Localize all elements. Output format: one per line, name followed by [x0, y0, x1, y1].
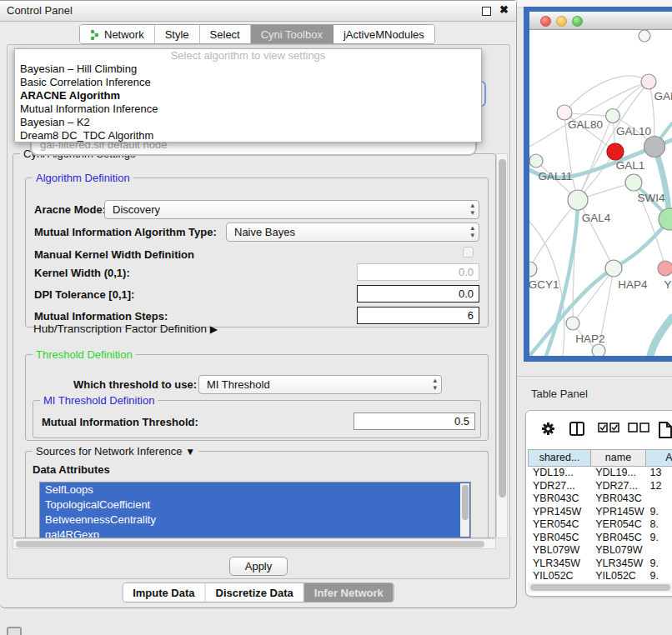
which-threshold-select[interactable]: MI Threshold ▴▾ — [198, 375, 442, 394]
table-cell[interactable] — [645, 544, 672, 558]
table-row[interactable]: YPR145WYPR145W9. — [528, 506, 672, 519]
tab-cyni-toolbox[interactable]: Cyni Toolbox — [251, 25, 333, 43]
table-cell[interactable]: YDL19... — [528, 467, 590, 480]
table-cell[interactable]: YBL079W — [590, 544, 644, 558]
export-table-icon[interactable] — [658, 422, 672, 438]
list-scrollbar[interactable] — [460, 483, 469, 537]
table-row[interactable]: YBR045CYBR045C9. — [528, 532, 672, 545]
manual-kernel-width-checkbox[interactable] — [463, 247, 474, 258]
table-cell[interactable]: YPR145W — [590, 506, 644, 519]
settings-horizontal-scrollbar[interactable] — [13, 538, 496, 549]
tab-jactivemnodules[interactable]: jActiveMNodules — [333, 25, 434, 43]
settings-vertical-scrollbar[interactable] — [496, 153, 508, 538]
table-cell[interactable]: YBR045C — [528, 532, 590, 545]
mi-threshold-input[interactable] — [354, 412, 475, 430]
gear-icon[interactable] — [541, 422, 555, 436]
tab-infer-network[interactable]: Infer Network — [304, 583, 394, 602]
table-cell[interactable]: YBR043C — [528, 492, 590, 506]
table-row[interactable]: YBL079WYBL079W — [528, 544, 672, 558]
network-node-hap4[interactable] — [605, 260, 622, 277]
network-edge[interactable] — [564, 76, 649, 112]
network-node-gal4[interactable] — [568, 190, 588, 210]
deselect-all-columns-icon[interactable] — [628, 422, 649, 432]
table-row[interactable]: YER054CYER054C8. — [528, 518, 672, 532]
network-node-gal1[interactable] — [607, 143, 624, 160]
sources-toggle[interactable]: Sources for Network Inference ▼ — [33, 445, 198, 458]
table-cell[interactable]: YLR345W — [528, 558, 590, 571]
tab-discretize-data[interactable]: Discretize Data — [206, 583, 304, 602]
hub-definition-toggle[interactable]: Hub/Transcription Factor Definition ▶ — [33, 322, 218, 335]
dpi-tolerance-input[interactable] — [357, 285, 479, 302]
table-cell[interactable]: YBR045C — [590, 532, 644, 545]
network-node[interactable] — [592, 344, 605, 356]
aracne-mode-select[interactable]: Discovery ▴▾ — [104, 200, 479, 219]
data-attributes-list[interactable]: SelfLoopsTopologicalCoefficientBetweenne… — [39, 482, 471, 538]
table-cell[interactable]: YLR345W — [590, 558, 644, 571]
table-cell[interactable]: 13 — [645, 467, 672, 480]
table-cell[interactable]: 12 — [645, 480, 672, 493]
network-node-gal10[interactable] — [606, 109, 620, 123]
table-row[interactable]: YLR345WYLR345W9. — [528, 558, 672, 571]
column-layout-icon[interactable] — [569, 422, 584, 436]
table-cell[interactable]: YER054C — [590, 518, 644, 532]
data-attribute-item[interactable]: gal4RGexp — [40, 528, 470, 538]
table-column-header[interactable]: shared... — [528, 449, 591, 467]
network-node-gcy1[interactable] — [529, 262, 537, 277]
table-cell[interactable]: YDR27... — [590, 480, 644, 493]
algorithm-option[interactable]: Basic Correlation Inference — [15, 76, 481, 89]
table-cell[interactable]: 9. — [645, 506, 672, 519]
close-button[interactable] — [540, 16, 551, 27]
network-node-gal11[interactable] — [529, 154, 543, 168]
table-cell[interactable]: YER054C — [528, 518, 590, 532]
data-attribute-item[interactable]: TopologicalCoefficient — [40, 498, 470, 512]
table-row[interactable]: YDL19...YDL19...13 — [528, 467, 672, 480]
minimize-button[interactable] — [556, 16, 567, 27]
algorithm-option[interactable]: Mutual Information Inference — [15, 102, 481, 116]
zoom-button[interactable] — [572, 16, 583, 27]
table-cell[interactable]: 9. — [645, 532, 672, 545]
algorithm-option[interactable]: Dream8 DC_TDC Algorithm — [15, 129, 481, 142]
kernel-width-input[interactable] — [357, 263, 479, 281]
pane-divider[interactable] — [517, 376, 672, 377]
table-column-header[interactable]: name — [591, 449, 646, 467]
table-row[interactable]: YDR27...YDR27...12 — [528, 480, 672, 493]
table-cell[interactable]: 9. — [645, 570, 672, 583]
table-cell[interactable]: YDL19... — [590, 467, 644, 480]
tab-select[interactable]: Select — [200, 25, 251, 43]
select-all-columns-icon[interactable] — [598, 422, 619, 432]
network-edge[interactable] — [650, 318, 672, 356]
tab-network[interactable]: Network — [80, 25, 155, 43]
table-cell[interactable]: 8. — [645, 518, 672, 532]
network-canvas[interactable]: GALGAL80GAL10GAL1GAL11SWI4GAL4GCY1HAP4YH… — [529, 30, 672, 356]
table-column-header[interactable]: A — [646, 449, 672, 467]
close-icon[interactable]: ✖ — [499, 3, 509, 16]
network-edge[interactable] — [578, 200, 614, 268]
mi-algorithm-type-select[interactable]: Naive Bayes ▴▾ — [226, 222, 479, 242]
tab-style[interactable]: Style — [155, 25, 200, 43]
mi-steps-input[interactable] — [357, 307, 479, 324]
table-cell[interactable]: YIL052C — [590, 570, 644, 583]
table-cell[interactable]: YIL052C — [528, 570, 590, 583]
table-row[interactable]: YBR043CYBR043C — [528, 492, 672, 506]
table-cell[interactable]: YDR27... — [528, 480, 590, 493]
bottom-left-widget-partial[interactable] — [7, 627, 22, 635]
float-window-icon[interactable] — [482, 7, 491, 16]
network-node-swi4[interactable] — [625, 174, 642, 191]
network-node[interactable] — [639, 30, 650, 42]
data-attribute-item[interactable]: BetweennessCentrality — [40, 512, 470, 528]
table-horizontal-scrollbar[interactable] — [528, 582, 672, 592]
apply-button[interactable]: Apply — [229, 557, 288, 576]
data-attribute-item[interactable]: SelfLoops — [40, 482, 470, 498]
table-cell[interactable]: 9. — [645, 558, 672, 571]
network-node-y[interactable] — [658, 261, 672, 276]
table-cell[interactable]: YBL079W — [528, 544, 590, 558]
network-node-hap2[interactable] — [566, 317, 579, 330]
algorithm-option[interactable]: Bayesian – K2 — [15, 116, 481, 129]
algorithm-option[interactable]: ARACNE Algorithm — [15, 89, 481, 102]
network-node-gal[interactable] — [641, 74, 656, 89]
table-cell[interactable] — [645, 492, 672, 506]
table-row[interactable]: YIL052CYIL052C9. — [528, 570, 672, 583]
network-node[interactable] — [644, 137, 665, 158]
table-cell[interactable]: YPR145W — [528, 506, 590, 519]
algorithm-option[interactable]: Bayesian – Hill Climbing — [15, 62, 481, 76]
